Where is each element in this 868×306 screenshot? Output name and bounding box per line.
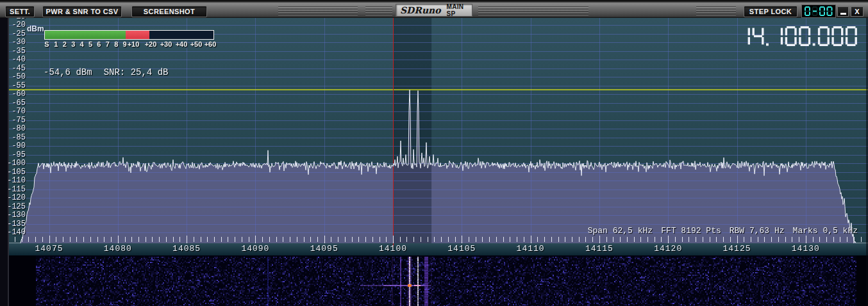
fft-value: FFT 8192 Pts <box>661 226 721 236</box>
step-lock-button[interactable]: STEP LOCK <box>744 6 797 17</box>
freq-axis-label: 14090 <box>233 244 278 254</box>
sdruno-main-sp-window: -15-20-25-30-35-40-45-50-55-60-65-70-75-… <box>0 0 868 306</box>
snr-readout: SNR: 25,4 dB <box>104 67 169 77</box>
freq-axis-label: 14080 <box>96 244 140 254</box>
s-meter-scale-label: 3 <box>71 40 75 48</box>
close-icon: X <box>855 8 859 15</box>
signal-readout: -54,6 dBm SNR: 25,4 dB <box>44 67 168 77</box>
s-meter-scale-label: +50 <box>190 40 203 48</box>
freq-axis-label: 14100 <box>371 244 415 254</box>
titlebar-grip[interactable] <box>696 6 736 15</box>
s-meter-scale-label: 1 <box>54 40 58 48</box>
db-axis-label: -140 <box>0 227 26 238</box>
s-meter-scale-label: 4 <box>80 40 84 48</box>
rbw-value: RBW 7,63 Hz <box>730 226 785 236</box>
spectrum-waterfall-display[interactable] <box>0 18 868 306</box>
dbm-unit-label: dBm <box>27 24 44 33</box>
power-readout: -54,6 dBm <box>44 67 92 77</box>
s-meter-scale-label: +60 <box>204 40 217 48</box>
screenshot-button[interactable]: SCREENSHOT <box>131 6 207 17</box>
vfo-frequency-display[interactable] <box>739 26 860 49</box>
s-meter-bar <box>44 30 214 40</box>
settings-button[interactable]: SETT. <box>5 6 35 17</box>
window-subtitle: MAIN SP <box>447 3 468 17</box>
window-title: SDRuno MAIN SP <box>396 4 472 17</box>
freq-axis-label: 14105 <box>439 244 484 254</box>
titlebar-grip[interactable] <box>365 6 392 15</box>
freq-axis-label: 14130 <box>783 244 828 254</box>
s-meter-green-segment <box>45 31 126 39</box>
s-meter-scale-label: 8 <box>114 40 118 48</box>
titlebar-grip[interactable] <box>278 6 358 15</box>
s-meter-scale-label: 5 <box>88 40 92 48</box>
s-meter-red-segment <box>126 31 149 39</box>
s-meter-scale-label: 6 <box>97 40 101 48</box>
step-size-digits <box>802 5 835 19</box>
s-meter-scale-label: +40 <box>176 40 188 48</box>
freq-axis-label: 14125 <box>715 244 760 254</box>
s-meter-scale-label: 7 <box>106 40 110 48</box>
s-meter-scale-label: 2 <box>63 40 67 48</box>
minimize-icon <box>840 13 846 15</box>
freq-axis-label: 14115 <box>577 244 622 254</box>
app-logo: SDRuno <box>400 5 441 15</box>
freq-axis-label: 14075 <box>27 244 72 254</box>
status-line: Span 62,5 kHz FFT 8192 Pts RBW 7,63 Hz M… <box>588 226 858 236</box>
freq-axis-label: 14120 <box>646 244 690 254</box>
s-meter-scale-label: 9 <box>123 40 127 48</box>
span-value: Span 62,5 kHz <box>588 226 653 236</box>
minimize-button[interactable] <box>837 6 849 17</box>
freq-axis-label: 14110 <box>508 244 553 254</box>
s-meter-scale-label: +10 <box>128 40 140 48</box>
freq-axis-label: 14085 <box>164 244 209 254</box>
s-meter-scale-label: +30 <box>160 40 172 48</box>
title-bar[interactable]: SETT. PWR & SNR TO CSV SCREENSHOT SDRuno… <box>0 0 868 18</box>
close-button[interactable]: X <box>851 6 864 17</box>
pwr-snr-to-csv-button[interactable]: PWR & SNR TO CSV <box>42 6 122 17</box>
freq-axis-label: 14095 <box>302 244 347 254</box>
titlebar-grip[interactable] <box>478 6 588 15</box>
step-size-display <box>801 4 836 18</box>
s-meter-scale-label: +20 <box>145 40 157 48</box>
marks-value: Marks 0,5 kHz <box>793 226 858 236</box>
s-meter-scale-label: S <box>44 40 49 48</box>
